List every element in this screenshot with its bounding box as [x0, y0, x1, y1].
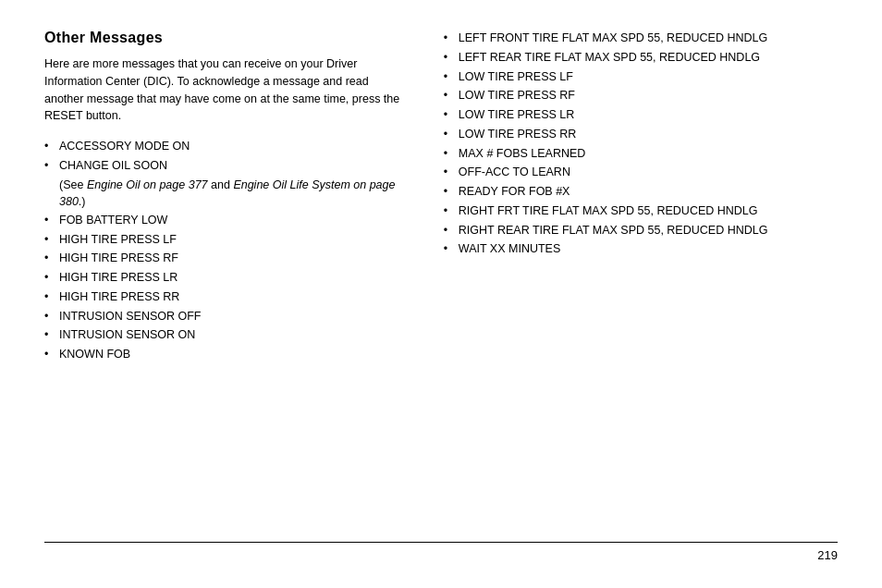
list-item: LOW TIRE PRESS RF [444, 87, 838, 104]
sub-note: (See Engine Oil on page 377 and Engine O… [44, 177, 403, 210]
list-item: INTRUSION SENSOR ON [44, 326, 403, 344]
list-item: LOW TIRE PRESS LF [444, 68, 838, 86]
list-item: INTRUSION SENSOR OFF [44, 308, 403, 325]
list-item: MAX # FOBS LEARNED [444, 145, 838, 163]
left-column: Other Messages Here are more messages th… [44, 30, 425, 542]
list-item: HIGH TIRE PRESS LF [44, 231, 403, 249]
content-area: Other Messages Here are more messages th… [44, 30, 838, 542]
list-item: LEFT FRONT TIRE FLAT MAX SPD 55, REDUCED… [444, 30, 838, 47]
list-item: RIGHT FRT TIRE FLAT MAX SPD 55, REDUCED … [444, 202, 838, 220]
page-container: Other Messages Here are more messages th… [0, 0, 882, 588]
list-item: RIGHT REAR TIRE FLAT MAX SPD 55, REDUCED… [444, 222, 838, 239]
list-item: HIGH TIRE PRESS LR [44, 269, 403, 287]
list-item: LOW TIRE PRESS RR [444, 126, 838, 143]
page-number: 219 [817, 548, 838, 562]
list-item: READY FOR FOB #X [444, 183, 838, 201]
intro-text: Here are more messages that you can rece… [44, 55, 403, 125]
left-messages-list: ACCESSORY MODE ON CHANGE OIL SOON [44, 138, 403, 175]
right-messages-list: LEFT FRONT TIRE FLAT MAX SPD 55, REDUCED… [444, 30, 838, 258]
footer-bar: 219 [44, 542, 838, 562]
list-item: WAIT XX MINUTES [444, 240, 838, 258]
section-title: Other Messages [44, 30, 403, 46]
right-column: LEFT FRONT TIRE FLAT MAX SPD 55, REDUCED… [425, 30, 838, 542]
list-item: LOW TIRE PRESS LR [444, 106, 838, 124]
list-item: FOB BATTERY LOW [44, 212, 403, 229]
list-item: CHANGE OIL SOON [44, 157, 403, 175]
list-item: LEFT REAR TIRE FLAT MAX SPD 55, REDUCED … [444, 49, 838, 67]
list-item: HIGH TIRE PRESS RF [44, 250, 403, 267]
left-messages-list-2: FOB BATTERY LOW HIGH TIRE PRESS LF HIGH … [44, 212, 403, 363]
list-item: HIGH TIRE PRESS RR [44, 288, 403, 306]
list-item: OFF-ACC TO LEARN [444, 164, 838, 181]
list-item: KNOWN FOB [44, 346, 403, 363]
list-item: ACCESSORY MODE ON [44, 138, 403, 155]
